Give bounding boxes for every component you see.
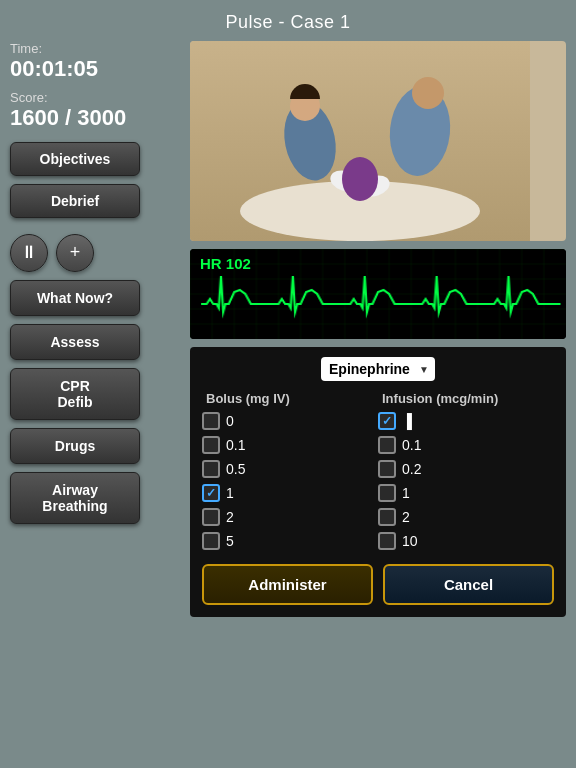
right-panel: HR 102 Epinephrine Dopamine Lidocaine Am… xyxy=(190,41,566,617)
infusion-row-bar: ▐ xyxy=(378,412,554,430)
bolus-checkbox-0[interactable] xyxy=(202,412,220,430)
drug-columns: Bolus (mg IV) 0 0.1 0.5 xyxy=(202,391,554,556)
bolus-checkbox-1[interactable] xyxy=(202,484,220,502)
bolus-value-0: 0 xyxy=(226,413,234,429)
bolus-checkbox-01[interactable] xyxy=(202,436,220,454)
scene-image xyxy=(190,41,566,241)
infusion-row-02: 0.2 xyxy=(378,460,554,478)
main-layout: Time: 00:01:05 Score: 1600 / 3000 Object… xyxy=(0,41,576,617)
action-row: Administer Cancel xyxy=(202,564,554,605)
bolus-row-0: 0 xyxy=(202,412,378,430)
plus-button[interactable]: + xyxy=(56,234,94,272)
heart-rate-label: HR 102 xyxy=(200,255,251,272)
infusion-row-1: 1 xyxy=(378,484,554,502)
playback-controls: ⏸ + xyxy=(10,234,180,272)
pause-button[interactable]: ⏸ xyxy=(10,234,48,272)
bolus-value-05: 0.5 xyxy=(226,461,245,477)
video-area xyxy=(190,41,566,241)
infusion-value-2: 2 xyxy=(402,509,410,525)
drugs-button[interactable]: Drugs xyxy=(10,428,140,464)
infusion-checkbox-2[interactable] xyxy=(378,508,396,526)
infusion-checkbox-02[interactable] xyxy=(378,460,396,478)
bolus-header: Bolus (mg IV) xyxy=(202,391,378,406)
bolus-checkbox-2[interactable] xyxy=(202,508,220,526)
objectives-button[interactable]: Objectives xyxy=(10,142,140,176)
infusion-checkbox-1[interactable] xyxy=(378,484,396,502)
infusion-row-10: 10 xyxy=(378,532,554,550)
assess-button[interactable]: Assess xyxy=(10,324,140,360)
time-label: Time: xyxy=(10,41,180,56)
infusion-value-02: 0.2 xyxy=(402,461,421,477)
drug-panel: Epinephrine Dopamine Lidocaine Amiodaron… xyxy=(190,347,566,617)
infusion-value-1: 1 xyxy=(402,485,410,501)
bolus-value-1: 1 xyxy=(226,485,234,501)
infusion-checkbox-10[interactable] xyxy=(378,532,396,550)
page-title: Pulse - Case 1 xyxy=(0,0,576,41)
infusion-header: Infusion (mcg/min) xyxy=(378,391,554,406)
administer-button[interactable]: Administer xyxy=(202,564,373,605)
infusion-row-2: 2 xyxy=(378,508,554,526)
score-label: Score: xyxy=(10,90,180,105)
bolus-column: Bolus (mg IV) 0 0.1 0.5 xyxy=(202,391,378,556)
bolus-row-05: 0.5 xyxy=(202,460,378,478)
cpr-defib-button[interactable]: CPR Defib xyxy=(10,368,140,420)
bolus-checkbox-05[interactable] xyxy=(202,460,220,478)
bolus-checkbox-5[interactable] xyxy=(202,532,220,550)
drug-select[interactable]: Epinephrine Dopamine Lidocaine Amiodaron… xyxy=(321,357,435,381)
debrief-button[interactable]: Debrief xyxy=(10,184,140,218)
infusion-checkbox-bar[interactable] xyxy=(378,412,396,430)
left-panel: Time: 00:01:05 Score: 1600 / 3000 Object… xyxy=(10,41,180,617)
infusion-value-10: 10 xyxy=(402,533,418,549)
bolus-row-01: 0.1 xyxy=(202,436,378,454)
bolus-row-2: 2 xyxy=(202,508,378,526)
infusion-value-01: 0.1 xyxy=(402,437,421,453)
bolus-row-5: 5 xyxy=(202,532,378,550)
infusion-column: Infusion (mcg/min) ▐ 0.1 0.2 xyxy=(378,391,554,556)
airway-breathing-button[interactable]: Airway Breathing xyxy=(10,472,140,524)
time-value: 00:01:05 xyxy=(10,56,180,82)
bolus-value-01: 0.1 xyxy=(226,437,245,453)
score-value: 1600 / 3000 xyxy=(10,105,180,131)
infusion-value-bar: ▐ xyxy=(402,413,412,429)
infusion-row-01: 0.1 xyxy=(378,436,554,454)
what-now-button[interactable]: What Now? xyxy=(10,280,140,316)
cancel-button[interactable]: Cancel xyxy=(383,564,554,605)
drug-selector-wrapper[interactable]: Epinephrine Dopamine Lidocaine Amiodaron… xyxy=(321,357,435,381)
drug-selector-row: Epinephrine Dopamine Lidocaine Amiodaron… xyxy=(202,357,554,381)
bolus-row-1: 1 xyxy=(202,484,378,502)
time-score-section: Time: 00:01:05 Score: 1600 / 3000 xyxy=(10,41,180,132)
ecg-monitor: HR 102 xyxy=(190,249,566,339)
bolus-value-5: 5 xyxy=(226,533,234,549)
bolus-value-2: 2 xyxy=(226,509,234,525)
infusion-checkbox-01[interactable] xyxy=(378,436,396,454)
